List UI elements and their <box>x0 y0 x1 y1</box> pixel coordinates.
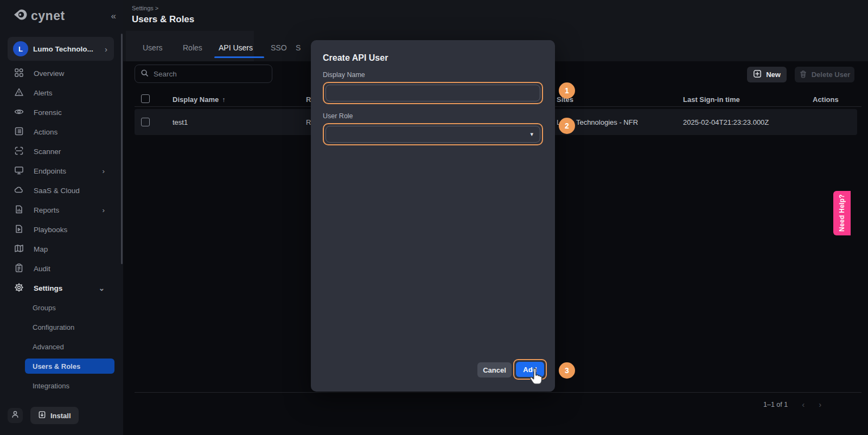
user-role-select[interactable]: ▾ <box>326 126 540 143</box>
sidebar-subitem-advanced[interactable]: Advanced <box>0 337 123 356</box>
sidebar-item-label: Forensic <box>34 108 62 117</box>
sidebar-item-label: Endpoints <box>34 167 66 175</box>
cell-display-name: test1 <box>173 118 188 126</box>
sidebar-item-scanner[interactable]: Scanner <box>0 142 123 161</box>
sidebar-item-forensic[interactable]: Forensic <box>0 103 123 122</box>
need-help-label: Need Help? <box>838 194 846 232</box>
delete-user-button[interactable]: Delete User <box>795 67 854 82</box>
cloud-icon <box>14 185 24 196</box>
need-help-tab[interactable]: Need Help? <box>833 191 851 235</box>
tab-sso[interactable]: SSO <box>271 43 287 52</box>
sidebar-item-label: Playbooks <box>34 226 67 234</box>
sidebar-item-label: Reports <box>34 206 59 214</box>
sidebar-item-saas-cloud[interactable]: SaaS & Cloud <box>0 181 123 200</box>
clipboard-icon <box>14 263 24 274</box>
pagination: 1–1 of 1 ‹ › <box>763 400 821 409</box>
sidebar-item-label: Map <box>34 245 48 253</box>
tab-api-users[interactable]: API Users <box>219 43 253 52</box>
user-role-highlight-ring: ▾ <box>323 123 543 145</box>
tab-partial[interactable]: S <box>296 43 301 52</box>
page-title: Users & Roles <box>132 14 194 25</box>
sidebar-subitem-groups[interactable]: Groups <box>0 298 123 317</box>
alert-triangle-icon <box>14 87 24 99</box>
sidebar-item-label: Actions <box>34 128 58 136</box>
display-name-highlight-ring <box>323 82 543 104</box>
chevron-right-icon: › <box>103 206 105 214</box>
modal-footer: Cancel Add <box>311 359 555 386</box>
sidebar-subitem-users-roles[interactable]: Users & Roles <box>25 359 114 374</box>
sidebar-nav: Overview Alerts Forensic Actions Scanner… <box>0 63 123 395</box>
annotation-step-2: 2 <box>559 118 575 134</box>
cancel-button[interactable]: Cancel <box>477 362 512 378</box>
scan-icon <box>14 146 24 157</box>
column-header-display-name[interactable]: Display Name↑ <box>173 95 225 104</box>
sidebar-item-label: Scanner <box>34 148 61 156</box>
sidebar: cynet « L Lumo Technolo... › Overview Al… <box>0 0 123 435</box>
sidebar-subitem-label: Advanced <box>33 343 64 351</box>
search-input[interactable] <box>154 70 262 78</box>
tenant-selector[interactable]: L Lumo Technolo... › <box>8 37 114 61</box>
sort-ascending-icon[interactable]: ↑ <box>222 96 225 104</box>
cell-last-signin: 2025-02-04T21:23:23.000Z <box>683 118 769 126</box>
cynet-logo: cynet <box>13 8 65 24</box>
gear-icon <box>14 283 24 294</box>
sidebar-item-reports[interactable]: Reports › <box>0 200 123 220</box>
sidebar-item-map[interactable]: Map <box>0 239 123 259</box>
sidebar-item-label: Alerts <box>34 89 53 97</box>
sidebar-item-audit[interactable]: Audit <box>0 259 123 278</box>
playbook-file-icon <box>14 224 24 235</box>
sidebar-item-label: Settings <box>34 284 62 292</box>
select-all-checkbox[interactable] <box>141 94 150 103</box>
new-button[interactable]: New <box>747 67 787 82</box>
pagination-divider <box>135 392 861 393</box>
modal-title: Create API User <box>323 53 543 63</box>
dropdown-caret-icon: ▾ <box>530 131 533 138</box>
search-icon <box>141 69 149 79</box>
search-box[interactable] <box>135 65 272 83</box>
chevron-down-icon: ⌄ <box>99 284 105 292</box>
sidebar-subitem-label: Groups <box>33 304 56 312</box>
user-profile-button[interactable] <box>8 408 23 423</box>
annotation-step-3: 3 <box>559 362 575 379</box>
chevron-right-icon: › <box>103 167 105 175</box>
next-page-icon[interactable]: › <box>819 400 821 409</box>
install-button[interactable]: Install <box>30 407 79 424</box>
sidebar-item-label: Overview <box>34 69 64 78</box>
tab-users[interactable]: Users <box>143 43 163 52</box>
tenant-avatar: L <box>13 41 28 56</box>
sidebar-subitem-label: Users & Roles <box>33 362 80 370</box>
tenant-name: Lumo Technolo... <box>33 45 100 53</box>
breadcrumb[interactable]: Settings > <box>132 5 158 11</box>
sidebar-item-label: SaaS & Cloud <box>34 187 80 195</box>
sidebar-item-settings[interactable]: Settings ⌄ <box>0 278 123 298</box>
sidebar-subitem-integrations[interactable]: Integrations <box>0 376 123 395</box>
active-tab-underline <box>214 56 264 58</box>
map-icon <box>14 244 24 255</box>
app-window: cynet « L Lumo Technolo... › Overview Al… <box>0 0 868 435</box>
previous-page-icon[interactable]: ‹ <box>802 400 805 409</box>
download-icon <box>38 411 46 420</box>
sidebar-subitem-label: Integrations <box>33 382 69 390</box>
display-name-input[interactable] <box>326 85 540 101</box>
display-name-label: Display Name <box>323 71 543 79</box>
sidebar-item-endpoints[interactable]: Endpoints › <box>0 161 123 181</box>
monitor-icon <box>14 165 24 177</box>
sidebar-item-alerts[interactable]: Alerts <box>0 83 123 103</box>
tab-roles[interactable]: Roles <box>183 43 202 52</box>
sidebar-subitem-configuration[interactable]: Configuration <box>0 317 123 337</box>
sidebar-item-overview[interactable]: Overview <box>0 63 123 83</box>
sidebar-item-actions[interactable]: Actions <box>0 122 123 142</box>
plus-icon <box>753 69 762 80</box>
column-header-last-signin[interactable]: Last Sign-in time <box>683 95 740 104</box>
sidebar-collapse-icon[interactable]: « <box>111 11 116 22</box>
annotation-step-1: 1 <box>559 82 575 99</box>
row-checkbox[interactable] <box>141 118 150 126</box>
column-header-actions: Actions <box>813 95 839 104</box>
trash-icon <box>799 70 807 80</box>
hand-cursor-icon <box>528 367 545 389</box>
install-label: Install <box>50 412 71 420</box>
sidebar-item-playbooks[interactable]: Playbooks <box>0 220 123 239</box>
person-icon <box>11 410 20 421</box>
chevron-right-icon: › <box>105 44 107 54</box>
sidebar-footer: Install <box>0 407 123 428</box>
